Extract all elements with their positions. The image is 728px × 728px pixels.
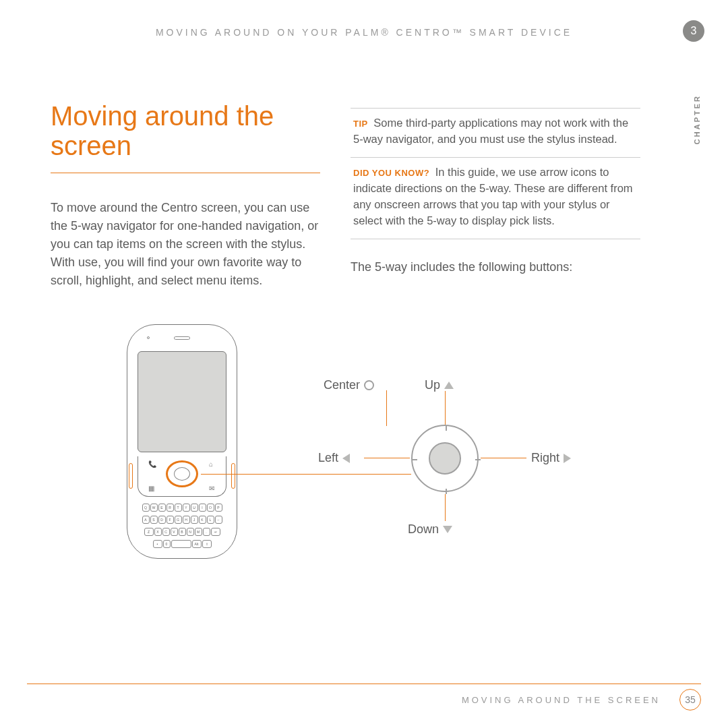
label-left: Left: [318, 451, 350, 465]
key: F: [166, 516, 174, 524]
softkey-home-icon: ⌂: [209, 460, 213, 468]
softkey-calendar-icon: ▦: [148, 485, 154, 492]
key: X: [154, 528, 162, 536]
dyk-label: DID YOU KNOW?: [353, 168, 429, 178]
key: T: [175, 504, 182, 512]
keyboard-row-4: • 0 Alt ⇧: [139, 540, 225, 548]
key: •: [153, 540, 162, 548]
key: Z: [144, 528, 154, 536]
page-number-badge: 35: [679, 689, 701, 710]
label-center-text: Center: [324, 378, 360, 392]
key: L: [207, 516, 214, 524]
five-way-center-button: [174, 467, 190, 481]
keyboard: Q W E R T Y U I O P A S D F G H J K L: [138, 501, 226, 549]
key: W: [150, 504, 158, 512]
up-arrow-icon: [444, 382, 454, 389]
key: .: [203, 528, 210, 536]
chapter-side-label: CHAPTER: [693, 94, 701, 144]
key: E: [158, 504, 166, 512]
phone-screen: [138, 351, 226, 452]
key: ↵: [211, 528, 220, 536]
key: Y: [183, 504, 190, 512]
after-callouts-text: The 5-way includes the following buttons…: [351, 258, 640, 276]
tip-text: Some third-party applications may not wo…: [353, 117, 628, 145]
key: H: [183, 516, 190, 524]
keyboard-row-3: Z X C V B N M . ↵: [139, 528, 225, 536]
keyboard-row-1: Q W E R T Y U I O P: [139, 504, 225, 512]
side-button-right: [231, 463, 235, 489]
key-space: [171, 540, 191, 548]
center-icon: [364, 380, 374, 390]
key: Alt: [192, 540, 202, 548]
dpad-center-button: [429, 442, 461, 475]
left-arrow-icon: [342, 454, 350, 463]
key: P: [215, 504, 222, 512]
label-right: Right: [531, 451, 571, 465]
label-up-text: Up: [425, 378, 440, 392]
key: ←: [215, 516, 222, 524]
five-way-figure: 📞 ⌂ ▦ ✉ Q W E R T Y U I O P A S D F G: [121, 320, 593, 590]
key: M: [195, 528, 202, 536]
footer-rule: [27, 684, 701, 684]
key: D: [158, 516, 166, 524]
page-title: Moving around the screen: [51, 101, 320, 160]
key: O: [207, 504, 214, 512]
leader-line: [445, 494, 446, 521]
leader-line: [445, 391, 446, 425]
key: J: [191, 516, 198, 524]
tip-label: TIP: [353, 119, 368, 129]
label-right-text: Right: [531, 451, 559, 465]
chapter-number-badge: 3: [683, 20, 704, 42]
key: Q: [142, 504, 150, 512]
leader-line: [386, 390, 387, 426]
key: ⇧: [202, 540, 212, 548]
key: 0: [163, 540, 171, 548]
leader-line: [481, 458, 526, 458]
label-center: Center: [324, 378, 374, 392]
earpiece: [174, 336, 190, 340]
key: S: [150, 516, 158, 524]
down-arrow-icon: [443, 526, 452, 533]
key: V: [171, 528, 178, 536]
footer-text: MOVING AROUND THE SCREEN: [462, 695, 661, 705]
title-rule: [51, 173, 320, 173]
key: R: [166, 504, 174, 512]
dpad-diagram: [411, 425, 479, 492]
key: I: [199, 504, 206, 512]
leader-line: [364, 458, 410, 458]
key: N: [187, 528, 194, 536]
side-button-left: [129, 463, 133, 489]
key: K: [199, 516, 206, 524]
right-arrow-icon: [564, 454, 571, 463]
intro-paragraph: To move around the Centro screen, you ca…: [51, 199, 320, 290]
camera-dot: [147, 336, 150, 339]
leader-line: [201, 474, 411, 475]
tip-callout: TIP Some third-party applications may no…: [351, 108, 640, 158]
key: C: [162, 528, 170, 536]
phone-illustration: 📞 ⌂ ▦ ✉ Q W E R T Y U I O P A S D F G: [121, 320, 243, 563]
running-head: MOVING AROUND ON YOUR PALM® CENTRO™ SMAR…: [0, 27, 728, 38]
key: G: [175, 516, 182, 524]
did-you-know-callout: DID YOU KNOW? In this guide, we use arro…: [351, 158, 640, 239]
label-left-text: Left: [318, 451, 338, 465]
label-down-text: Down: [408, 522, 439, 537]
key: B: [179, 528, 186, 536]
keyboard-row-2: A S D F G H J K L ←: [139, 516, 225, 524]
key: U: [191, 504, 198, 512]
softkey-phone-icon: 📞: [148, 460, 156, 468]
label-up: Up: [425, 378, 454, 392]
label-down: Down: [408, 522, 452, 537]
key: A: [142, 516, 150, 524]
softkey-mail-icon: ✉: [209, 485, 214, 492]
